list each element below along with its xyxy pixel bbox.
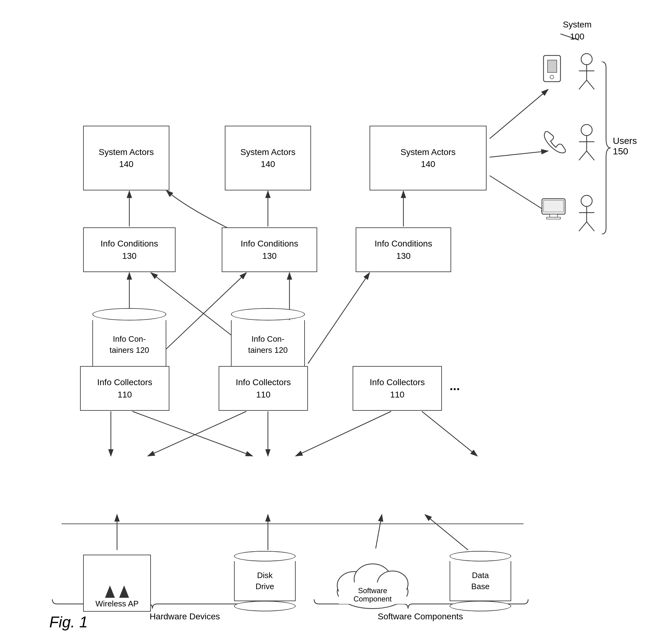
antenna-icon-2 — [119, 585, 129, 598]
svg-line-47 — [579, 151, 587, 160]
svg-line-12 — [132, 411, 253, 456]
wireless-ap-label: Wireless AP — [95, 599, 139, 608]
svg-line-15 — [296, 411, 391, 456]
info-collectors-box-2: Info Collectors110 — [219, 366, 308, 411]
diagram-container: System 100 System Actors140 System Actor… — [0, 0, 647, 644]
system-actors-box-3: System Actors140 — [369, 126, 487, 190]
disk-drive-cylinder: DiskDrive — [234, 551, 296, 611]
system-actors-box-1: System Actors140 — [83, 126, 169, 190]
svg-rect-33 — [548, 60, 557, 72]
computer-monitor-icon — [541, 197, 568, 222]
info-conditions-box-2: Info Conditions130 — [222, 228, 317, 272]
svg-line-43 — [587, 80, 594, 89]
svg-line-24 — [490, 176, 548, 213]
ellipsis: ... — [450, 379, 460, 393]
info-collectors-box-1: Info Collectors110 — [80, 366, 169, 411]
software-components-label: Software Components — [354, 611, 487, 622]
svg-rect-38 — [547, 217, 561, 219]
user-figure-3 — [574, 194, 599, 234]
users-brace — [600, 62, 612, 234]
wireless-ap-box: Wireless AP — [83, 555, 151, 611]
svg-point-49 — [581, 195, 592, 206]
svg-line-42 — [579, 80, 587, 89]
telephone-icon — [542, 129, 567, 154]
svg-point-39 — [581, 54, 592, 65]
svg-text:Component: Component — [354, 595, 392, 603]
system-label: System 100 — [563, 18, 591, 43]
svg-line-48 — [587, 151, 594, 160]
svg-line-52 — [579, 222, 587, 231]
data-base-cylinder: DataBase — [450, 551, 511, 611]
svg-line-13 — [148, 411, 246, 456]
users-label: Users150 — [613, 136, 637, 156]
svg-line-16 — [422, 411, 477, 456]
info-conditions-box-1: Info Conditions130 — [83, 228, 175, 272]
svg-line-20 — [425, 515, 468, 550]
user-figure-2 — [574, 123, 599, 163]
svg-line-23 — [490, 151, 548, 157]
user-figure-1 — [574, 52, 599, 92]
antenna-icon-1 — [105, 585, 115, 598]
svg-line-19 — [376, 515, 382, 549]
svg-rect-37 — [550, 214, 557, 217]
svg-point-44 — [581, 125, 592, 136]
software-component-cloud: Software Component — [333, 549, 413, 610]
system-actors-box-2: System Actors140 — [225, 126, 311, 190]
svg-point-34 — [550, 75, 554, 79]
svg-text:Software: Software — [358, 586, 387, 595]
mobile-device-icon — [542, 54, 564, 85]
svg-line-22 — [490, 89, 548, 139]
svg-line-53 — [587, 222, 594, 231]
fig-label: Fig. 1 — [49, 613, 88, 631]
svg-line-10 — [308, 273, 369, 364]
info-collectors-box-3: Info Collectors110 — [353, 366, 442, 411]
svg-rect-36 — [544, 200, 564, 212]
info-conditions-box-3: Info Conditions130 — [356, 228, 451, 272]
hardware-devices-label: Hardware Devices — [108, 611, 262, 622]
